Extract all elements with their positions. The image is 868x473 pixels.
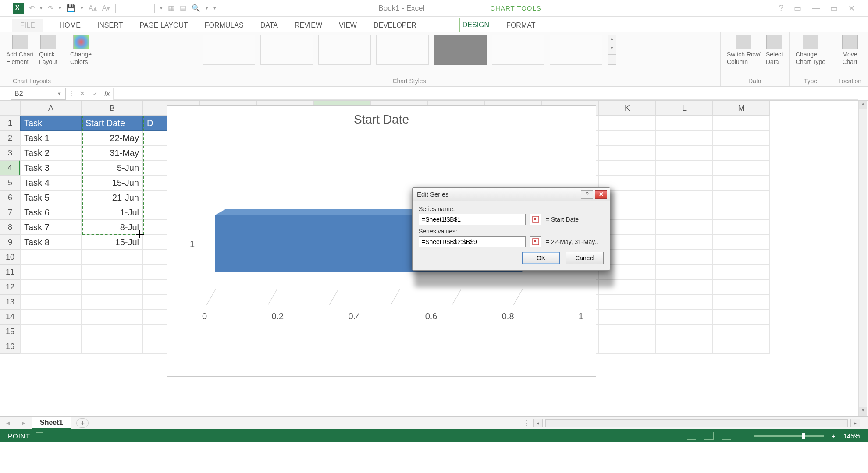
scroll-up-icon[interactable]: ▴ bbox=[859, 101, 867, 109]
move-chart-button[interactable]: Move Chart bbox=[842, 35, 858, 66]
tab-format[interactable]: FORMAT bbox=[504, 19, 538, 32]
tab-data[interactable]: DATA bbox=[258, 19, 281, 32]
zoom-level[interactable]: 145% bbox=[843, 432, 860, 440]
style-gallery-scroll[interactable]: ▴▾⁝ bbox=[608, 35, 616, 65]
maximize-icon[interactable]: ▭ bbox=[830, 4, 838, 13]
dialog-title: Edit Series bbox=[417, 191, 449, 198]
range-picker-button[interactable] bbox=[530, 236, 541, 247]
close-icon[interactable]: ✕ bbox=[848, 4, 855, 13]
font-inc-icon[interactable]: A▴ bbox=[89, 4, 97, 12]
save-icon[interactable]: 💾 bbox=[67, 4, 75, 12]
undo-icon[interactable]: ↶ bbox=[29, 4, 35, 12]
tab-developer[interactable]: DEVELOPER bbox=[371, 19, 419, 32]
group-location: Location bbox=[838, 76, 861, 85]
sheet-nav-prev-icon[interactable]: ◂ bbox=[0, 419, 16, 427]
svg-rect-3 bbox=[534, 240, 536, 242]
sheet-nav-next-icon[interactable]: ▸ bbox=[16, 419, 32, 427]
col-header-K[interactable]: K bbox=[599, 101, 656, 116]
formula-bar: B2 ▼ ⋮ ✕ ✓ fx bbox=[0, 87, 868, 101]
view-page-layout-icon[interactable] bbox=[704, 432, 714, 440]
view-page-break-icon[interactable] bbox=[722, 432, 731, 440]
switch-row-column-button[interactable]: Switch Row/ Column bbox=[727, 35, 761, 66]
tab-home[interactable]: HOME bbox=[57, 19, 83, 32]
tab-formulas[interactable]: FORMULAS bbox=[202, 19, 246, 32]
view-normal-icon[interactable] bbox=[687, 432, 696, 440]
chart-style-thumb-selected[interactable] bbox=[434, 35, 487, 65]
chevron-down-icon[interactable]: ▼ bbox=[57, 91, 62, 96]
group-data: Data bbox=[748, 76, 761, 85]
enter-formula-icon[interactable]: ✓ bbox=[89, 89, 102, 98]
dialog-close-button[interactable]: ✕ bbox=[595, 190, 607, 199]
excel-icon bbox=[13, 3, 24, 14]
select-data-button[interactable]: Select Data bbox=[766, 35, 783, 66]
zoom-in-icon[interactable]: + bbox=[832, 432, 836, 440]
hscroll-left-icon[interactable]: ◂ bbox=[533, 419, 543, 427]
add-chart-element-button[interactable]: Add Chart Element bbox=[6, 35, 34, 66]
chart-style-thumb[interactable] bbox=[203, 35, 255, 65]
zoom-out-icon[interactable]: — bbox=[739, 432, 746, 440]
status-bar: POINT — + 145% bbox=[0, 429, 868, 442]
screenshot-icon[interactable]: ▤ bbox=[180, 4, 186, 12]
formula-input[interactable] bbox=[113, 88, 858, 100]
zoom-slider[interactable] bbox=[754, 435, 824, 437]
tab-design[interactable]: DESIGN bbox=[459, 18, 492, 32]
select-all-corner[interactable] bbox=[0, 101, 20, 116]
row-header[interactable]: 3 bbox=[0, 145, 20, 160]
series-values-input[interactable] bbox=[419, 236, 526, 247]
cell[interactable]: Start Date bbox=[82, 116, 143, 131]
chart-style-thumb[interactable] bbox=[376, 35, 429, 65]
camera-icon[interactable]: ▦ bbox=[168, 4, 174, 12]
col-header-M[interactable]: M bbox=[713, 101, 770, 116]
dialog-help-button[interactable]: ? bbox=[581, 190, 593, 199]
tab-file[interactable]: FILE bbox=[12, 19, 43, 32]
cell[interactable]: Task bbox=[20, 116, 82, 131]
chart-style-thumb[interactable] bbox=[550, 35, 602, 65]
series-name-input[interactable] bbox=[419, 214, 526, 225]
ok-button[interactable]: OK bbox=[522, 252, 560, 264]
row-header[interactable]: 4 bbox=[0, 160, 20, 175]
vertical-scrollbar[interactable]: ▴ ▾ bbox=[858, 101, 867, 416]
tab-view[interactable]: VIEW bbox=[336, 19, 359, 32]
tab-insert[interactable]: INSERT bbox=[95, 19, 125, 32]
cancel-formula-icon[interactable]: ✕ bbox=[75, 89, 89, 98]
ribbon-display-icon[interactable]: ▭ bbox=[794, 4, 801, 13]
font-dec-icon[interactable]: A▾ bbox=[102, 4, 110, 12]
row-header[interactable]: 2 bbox=[0, 131, 20, 145]
redo-icon[interactable]: ↷ bbox=[48, 4, 53, 12]
group-chart-layouts: Chart Layouts bbox=[13, 76, 51, 85]
chart-category-label: 1 bbox=[190, 239, 195, 249]
minimize-icon[interactable]: — bbox=[812, 4, 820, 13]
horizontal-scrollbar[interactable] bbox=[545, 419, 848, 427]
chart-style-thumb[interactable] bbox=[492, 35, 544, 65]
col-header-A[interactable]: A bbox=[20, 101, 82, 116]
cell[interactable]: 22-May bbox=[82, 131, 143, 145]
add-sheet-button[interactable]: + bbox=[76, 418, 89, 428]
chart-style-thumb[interactable] bbox=[260, 35, 313, 65]
row-header[interactable]: 1 bbox=[0, 116, 20, 131]
col-header-B[interactable]: B bbox=[82, 101, 143, 116]
cancel-button[interactable]: Cancel bbox=[566, 252, 604, 264]
change-chart-type-button[interactable]: Change Chart Type bbox=[796, 35, 825, 66]
cell-mode: POINT bbox=[8, 432, 30, 440]
chart-styles-gallery[interactable]: ▴▾⁝ bbox=[203, 35, 616, 76]
macro-record-icon[interactable] bbox=[36, 432, 43, 439]
zoom-icon[interactable]: 🔍 bbox=[192, 4, 200, 12]
chart-title[interactable]: Start Date bbox=[167, 106, 596, 134]
fx-icon[interactable]: fx bbox=[104, 90, 110, 98]
help-icon[interactable]: ? bbox=[779, 4, 783, 13]
name-box[interactable]: B2 ▼ bbox=[11, 88, 66, 100]
range-picker-button[interactable] bbox=[530, 214, 541, 225]
hscroll-right-icon[interactable]: ▸ bbox=[850, 419, 860, 427]
tab-page-layout[interactable]: PAGE LAYOUT bbox=[137, 19, 191, 32]
tab-review[interactable]: REVIEW bbox=[292, 19, 325, 32]
quick-layout-button[interactable]: Quick Layout bbox=[39, 35, 57, 66]
cell[interactable]: Task 1 bbox=[20, 131, 82, 145]
edit-series-dialog: Edit Series ? ✕ Series name: = Start Dat… bbox=[412, 187, 610, 271]
series-values-resolved: = 22-May, 31-May.. bbox=[546, 238, 598, 245]
change-colors-button[interactable]: Change Colors bbox=[70, 35, 92, 66]
col-header-L[interactable]: L bbox=[656, 101, 713, 116]
sheet-tab-active[interactable]: Sheet1 bbox=[32, 417, 71, 430]
chart-tools-label: CHART TOOLS bbox=[490, 4, 541, 12]
scroll-down-icon[interactable]: ▾ bbox=[859, 407, 867, 416]
chart-style-thumb[interactable] bbox=[318, 35, 371, 65]
